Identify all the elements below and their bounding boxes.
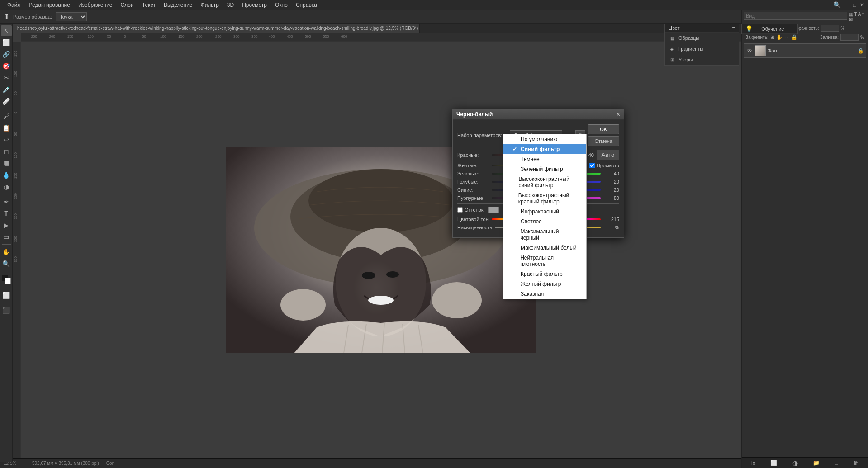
menu-item-image[interactable]: Изображение <box>75 1 116 9</box>
menu-item-3d[interactable]: 3D <box>223 1 237 9</box>
new-group-icon[interactable]: 📁 <box>813 460 820 466</box>
auto-button[interactable]: Авто <box>597 150 619 160</box>
tool-lasso[interactable]: 🔗 <box>1 49 12 60</box>
dropdown-item-custom[interactable]: Заказная <box>503 289 586 299</box>
layer-item-background[interactable]: 👁 Фон 🔒 <box>744 43 866 58</box>
new-style-icon[interactable]: fx <box>751 460 755 466</box>
dialog-ok-cancel: OK Отмена <box>588 124 619 146</box>
menu-item-window[interactable]: Окно <box>271 1 291 9</box>
menu-item-file[interactable]: Файл <box>4 1 24 9</box>
preset-dropdown: По умолчанию ✓ Синий фильтр Темнее Зелен… <box>503 134 587 299</box>
tool-hand[interactable]: ✋ <box>1 246 12 257</box>
dropdown-item-yellow-filter[interactable]: Желтый фильтр <box>503 279 586 289</box>
hue-label: Цветовой тон <box>457 217 489 222</box>
dropdown-item-infrared[interactable]: Инфракрасный <box>503 207 586 217</box>
new-layer-icon[interactable]: □ <box>835 460 838 466</box>
samples-panel-item[interactable]: ▦ Образцы <box>665 33 739 43</box>
bw-dialog-header[interactable]: Черно-белый × <box>453 109 624 120</box>
sample-size-select[interactable]: Точка 3×3 пкс 5×5 пкс <box>56 12 87 21</box>
ai-panel-header[interactable]: 💡 Обучение ≡ <box>742 24 797 34</box>
tint-swatch[interactable] <box>488 207 499 213</box>
preview-checkbox[interactable] <box>589 163 595 168</box>
cancel-button[interactable]: Отмена <box>588 136 619 146</box>
color-panel-header[interactable]: Цвет ≡ <box>665 24 739 33</box>
layers-list: 👁 Фон 🔒 <box>742 43 868 58</box>
tools-panel: ↖ ⬜ 🔗 🎯 ✂ 💉 🩹 🖌 📋 ↩ ◻ ▦ 💧 ◑ ✒ T ▶ ▭ ✋ 🔍 … <box>0 24 13 462</box>
fill-input[interactable] <box>840 34 859 41</box>
patterns-panel-item[interactable]: ⊞ Узоры <box>665 54 739 65</box>
dropdown-item-lighter[interactable]: Светлее <box>503 217 586 227</box>
menu-item-text[interactable]: Текст <box>138 1 159 9</box>
preset-label: Набор параметров: <box>457 132 507 138</box>
dropdown-item-blue-filter[interactable]: ✓ Синий фильтр <box>503 144 586 154</box>
file-tab[interactable]: headshot-joyful-attractive-redhead-femal… <box>13 24 420 33</box>
tool-pen[interactable]: ✒ <box>1 196 12 207</box>
dropdown-item-max-black[interactable]: Максимальный черный <box>503 227 586 243</box>
tool-screen-mode[interactable]: ⬛ <box>1 305 12 316</box>
lock-icon-3[interactable]: ↔ <box>784 35 789 40</box>
window-maximize-icon[interactable]: □ <box>853 2 856 8</box>
svg-point-9 <box>432 282 482 318</box>
tool-icon: ⬆ <box>4 12 9 21</box>
lock-icon-4[interactable]: 🔒 <box>791 34 797 40</box>
tool-quick-mask[interactable]: ⬜ <box>1 290 12 301</box>
slider-magenta-label: Пурпурные: <box>457 195 489 201</box>
delete-layer-icon[interactable]: 🗑 <box>853 460 859 466</box>
color-panel-expand-icon[interactable]: ≡ <box>732 25 735 31</box>
tint-checkbox-area: Оттенок <box>457 207 484 213</box>
menu-item-select[interactable]: Выделение <box>160 1 196 9</box>
tool-shape[interactable]: ▭ <box>1 232 12 242</box>
tool-object-select[interactable]: 🎯 <box>1 61 12 71</box>
dropdown-item-neutral[interactable]: Нейтральная плотность <box>503 253 586 269</box>
window-close-icon[interactable]: ✕ <box>860 2 864 8</box>
lock-icon-1[interactable]: ⊞ <box>770 34 774 40</box>
bw-dialog-title: Черно-белый <box>456 111 493 118</box>
menu-item-help[interactable]: Справка <box>292 1 321 9</box>
gradients-icon: ◈ <box>669 45 676 52</box>
tint-checkbox[interactable] <box>457 207 463 213</box>
tool-history-brush[interactable]: ↩ <box>1 134 12 145</box>
search-icon[interactable]: 🔍 <box>833 1 841 9</box>
ai-panel-expand-icon[interactable]: ≡ <box>791 26 794 32</box>
patterns-icon: ⊞ <box>669 56 676 63</box>
menu-item-filter[interactable]: Фильтр <box>197 1 223 9</box>
tool-eyedropper[interactable]: 💉 <box>1 84 12 95</box>
new-adjustment-icon[interactable]: ◑ <box>792 459 798 467</box>
slider-green-value: 40 <box>603 171 619 176</box>
tool-eraser[interactable]: ◻ <box>1 146 12 157</box>
tool-path-selection[interactable]: ▶ <box>1 220 12 231</box>
ok-button[interactable]: OK <box>588 124 619 134</box>
color-swatches[interactable] <box>2 275 11 284</box>
tool-marquee[interactable]: ⬜ <box>1 37 12 48</box>
layers-search-input[interactable] <box>744 12 847 20</box>
gradients-panel-item[interactable]: ◈ Градиенты <box>665 43 739 54</box>
tool-dodge[interactable]: ◑ <box>1 181 12 192</box>
add-mask-icon[interactable]: ⬜ <box>770 460 777 466</box>
dropdown-item-green-filter[interactable]: Зеленый фильтр <box>503 164 586 174</box>
tool-brush[interactable]: 🖌 <box>1 111 12 122</box>
dropdown-item-hc-red[interactable]: Высококонтрастный красный фильтр <box>503 190 586 207</box>
layer-visibility-icon[interactable]: 👁 <box>746 47 753 54</box>
dropdown-item-hc-blue[interactable]: Высококонтрастный синий фильтр <box>503 174 586 190</box>
opacity-input[interactable] <box>821 25 839 32</box>
lock-icon-2[interactable]: ✋ <box>776 34 783 40</box>
menu-item-layers[interactable]: Слои <box>117 1 138 9</box>
slider-cyan-value: 20 <box>603 179 619 184</box>
tool-move[interactable]: ↖ <box>1 25 12 36</box>
bw-dialog-close-icon[interactable]: × <box>617 111 620 118</box>
dropdown-item-red-filter[interactable]: Красный фильтр <box>503 269 586 279</box>
tool-crop[interactable]: ✂ <box>1 72 12 83</box>
ai-learning-panel: 💡 Обучение ≡ <box>741 24 798 34</box>
dropdown-item-default[interactable]: По умолчанию <box>503 134 586 144</box>
dropdown-item-darker[interactable]: Темнее <box>503 154 586 164</box>
window-minimize-icon[interactable]: ─ <box>845 2 849 8</box>
tool-zoom[interactable]: 🔍 <box>1 258 12 269</box>
tool-gradient[interactable]: ▦ <box>1 158 12 169</box>
menu-item-view[interactable]: Просмотр <box>238 1 270 9</box>
menu-item-edit[interactable]: Редактирование <box>25 1 74 9</box>
tool-stamp[interactable]: 📋 <box>1 123 12 133</box>
tool-blur[interactable]: 💧 <box>1 170 12 180</box>
tool-text[interactable]: T <box>1 208 12 219</box>
tool-spot-heal[interactable]: 🩹 <box>1 96 12 107</box>
dropdown-item-max-white[interactable]: Максимальный белый <box>503 243 586 253</box>
